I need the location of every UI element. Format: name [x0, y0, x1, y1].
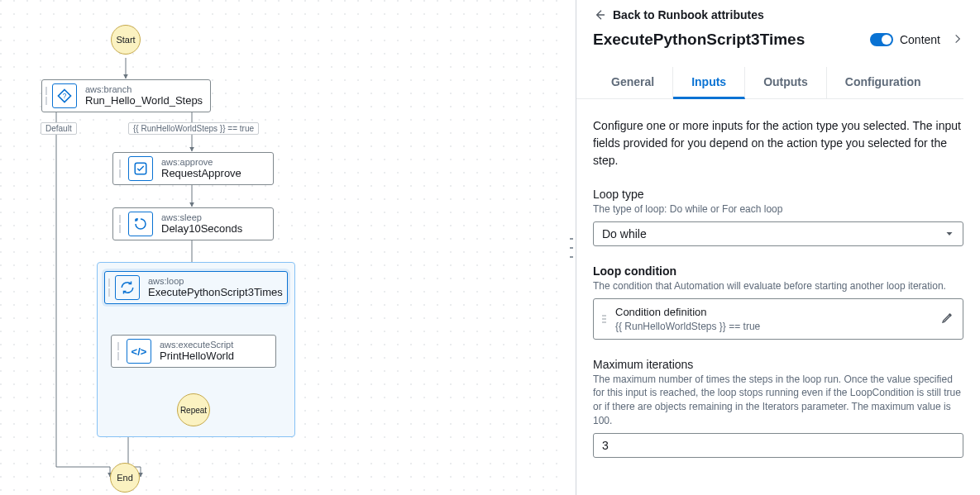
splitter[interactable]	[566, 0, 576, 495]
node-type: aws:branch	[85, 84, 203, 94]
loop-condition-heading: Loop condition	[593, 264, 963, 278]
sleep-icon	[128, 212, 153, 236]
end-node: End	[110, 463, 140, 493]
loop-type-value: Do while	[602, 227, 647, 240]
drag-handle-icon[interactable]	[45, 87, 47, 105]
toggle-label: Content	[900, 33, 940, 46]
node-type: aws:loop	[148, 276, 283, 286]
condition-value: {{ RunHelloWorldSteps }} == true	[615, 321, 933, 332]
back-link[interactable]: Back to Runbook attributes	[576, 7, 963, 30]
loop-type-select[interactable]: Do while	[593, 221, 963, 246]
node-title: Delay10Seconds	[161, 222, 242, 236]
loop-icon	[115, 275, 140, 300]
node-loop[interactable]: aws:loop ExecutePythonScript3Times	[104, 271, 288, 304]
loop-type-desc: The type of loop: Do while or For each l…	[593, 202, 963, 217]
max-iterations-input[interactable]: 3	[593, 433, 963, 458]
node-type: aws:sleep	[161, 212, 242, 222]
splitter-handle-icon	[570, 238, 573, 258]
node-title: ExecutePythonScript3Times	[148, 286, 283, 300]
repeat-node: Repeat	[177, 393, 210, 426]
drag-handle-icon[interactable]	[108, 278, 110, 297]
script-icon: </>	[127, 339, 151, 364]
node-script[interactable]: </> aws:executeScript PrintHelloWorld	[111, 335, 276, 368]
edit-condition-button[interactable]	[941, 311, 954, 326]
node-title: PrintHelloWorld	[160, 350, 234, 364]
svg-text:?: ?	[63, 92, 67, 100]
flow-canvas[interactable]: Start ? aws:branch Run_Hello_World_Steps…	[0, 0, 566, 495]
branch-icon: ?	[52, 83, 77, 108]
drag-handle-icon[interactable]	[117, 159, 123, 178]
content-toggle[interactable]: Content	[870, 33, 940, 46]
page-title: ExecutePythonScript3Times	[593, 31, 805, 49]
tab-inputs[interactable]: Inputs	[673, 67, 745, 99]
node-sleep[interactable]: aws:sleep Delay10Seconds	[112, 207, 274, 240]
chevron-down-icon	[944, 229, 954, 239]
condition-box: Condition definition {{ RunHelloWorldSte…	[593, 298, 963, 340]
pencil-icon	[941, 311, 954, 324]
node-title: RequestApprove	[161, 167, 241, 181]
edge-label-default: Default	[41, 122, 77, 135]
toggle-switch-icon	[870, 33, 893, 46]
loop-condition-desc: The condition that Automation will evalu…	[593, 279, 963, 293]
tab-general[interactable]: General	[593, 67, 673, 98]
back-label: Back to Runbook attributes	[613, 8, 764, 21]
edge-label-condition: {{ RunHelloWorldSteps }} == true	[128, 122, 259, 135]
details-panel: Back to Runbook attributes ExecutePython…	[576, 0, 980, 495]
max-iter-label: Maximum iterations	[593, 358, 963, 371]
drag-handle-icon[interactable]	[602, 315, 607, 323]
node-type: aws:executeScript	[160, 340, 234, 350]
chevron-right-icon	[952, 33, 963, 45]
tab-configuration[interactable]: Configuration	[827, 67, 939, 98]
max-iter-value: 3	[602, 439, 609, 452]
repeat-label: Repeat	[180, 406, 207, 415]
start-label: Start	[116, 35, 135, 45]
start-node: Start	[111, 25, 141, 55]
approve-icon	[128, 156, 153, 181]
drag-handle-icon[interactable]	[117, 215, 123, 233]
expand-button[interactable]	[952, 30, 963, 49]
end-label: End	[117, 473, 133, 483]
node-branch[interactable]: ? aws:branch Run_Hello_World_Steps	[41, 79, 211, 112]
loop-type-label: Loop type	[593, 188, 963, 201]
node-approve[interactable]: aws:approve RequestApprove	[112, 152, 274, 185]
node-title: Run_Hello_World_Steps	[85, 94, 203, 108]
arrow-left-icon	[593, 8, 606, 21]
tabs: General Inputs Outputs Configuration	[576, 67, 963, 99]
condition-title: Condition definition	[615, 306, 933, 318]
tab-outputs[interactable]: Outputs	[745, 67, 827, 98]
drag-handle-icon[interactable]	[115, 342, 122, 360]
help-text: Configure one or more inputs for the act…	[593, 117, 963, 169]
max-iter-desc: The maximum number of times the steps in…	[593, 373, 963, 428]
node-type: aws:approve	[161, 157, 241, 167]
